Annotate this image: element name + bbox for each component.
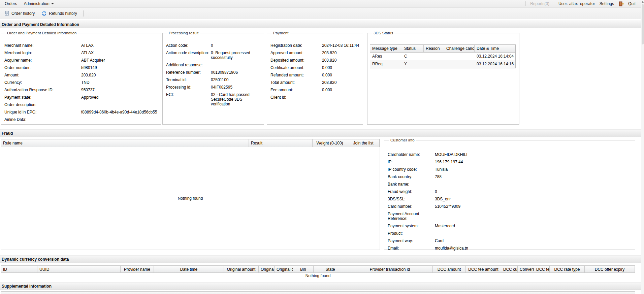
field-row: Deposited amount:203.820 <box>270 58 359 63</box>
field-label: Authorization Response ID: <box>4 88 81 92</box>
field-row: Action code description:0: Request proce… <box>166 51 260 60</box>
field-value: 5980149 <box>81 65 97 70</box>
column-header: DCC rate type <box>550 266 585 272</box>
field-row: Registration date:2024-12-03 16:11:44 <box>270 43 359 48</box>
field-value: 02501100 <box>211 77 260 82</box>
column-header: Date time <box>154 266 224 272</box>
app-window: Orders Administration Reports(0) User: a… <box>0 0 644 294</box>
field-value: 0: Request processed successfully <box>211 51 260 60</box>
field-value: 0 <box>435 189 437 194</box>
column-header: Original amount <box>224 266 259 272</box>
column-header: DCC fee <box>534 266 550 272</box>
menu-orders[interactable]: Orders <box>1 0 21 7</box>
field-value: Approved <box>81 95 98 100</box>
field-value: MOUFIDA DKHILI <box>435 152 468 157</box>
field-value: 0.000 <box>322 88 332 92</box>
menu-administration[interactable]: Administration <box>21 0 57 7</box>
column-header: DCC curr <box>501 266 518 272</box>
scrollbar-up-arrow-icon[interactable] <box>642 1 644 3</box>
field-label: Airline Data: <box>4 117 81 122</box>
scrollbar-thumb[interactable] <box>642 4 644 44</box>
field-label: Bank country: <box>388 174 435 179</box>
field-label: Refunded amount: <box>270 73 322 77</box>
field-value: 203.820 <box>322 51 336 55</box>
field-value: 001309871906 <box>211 70 260 75</box>
menu-settings[interactable]: Settings <box>600 1 614 6</box>
field-label: Currency: <box>4 80 81 85</box>
table-cell <box>444 60 475 68</box>
main-section-title: Order and Payment Detailed Information <box>2 22 79 27</box>
user-label: User: atlax_operator <box>558 1 595 6</box>
panel-customer-info: Customer info Cardholder name:MOUFIDA DK… <box>384 138 635 250</box>
field-row: Authorization Response ID:950737 <box>4 88 157 92</box>
column-header: Message type <box>370 45 402 52</box>
field-label: Reference number: <box>166 70 211 75</box>
order-history-button[interactable]: Order history <box>2 9 37 17</box>
column-header: DCC amount <box>433 266 466 272</box>
table-cell: ARes <box>370 53 402 60</box>
section-bar-fraud: Fraud <box>0 129 641 137</box>
field-row: IP country code:Tunisia <box>388 167 632 172</box>
threeds-table: Message typeStatusReasonChallenge cancel… <box>370 44 516 68</box>
field-value: TND <box>81 80 90 85</box>
field-value: 02 - Card has passed SecureCode 3DS veri… <box>211 92 260 106</box>
field-label: Client id: <box>270 95 322 100</box>
order-history-label: Order history <box>11 11 35 16</box>
column-header: ID <box>1 266 37 272</box>
column-header: Rule name <box>1 139 249 147</box>
table-cell: RReq <box>370 60 402 68</box>
field-value: 3DS_enr <box>435 197 451 201</box>
field-row: ECI:02 - Card has passed SecureCode 3DS … <box>166 92 260 106</box>
menu-quit[interactable]: Quit <box>628 1 636 6</box>
fraud-table-header: Rule nameResultWeight (0-100)Join the li… <box>1 139 380 147</box>
field-label: Payment way: <box>388 238 435 243</box>
field-row: Unique id in EPG:f88899d4-860b-4b4e-a90d… <box>4 110 157 115</box>
table-row[interactable]: AResC03.12.2024 16:14:04 <box>370 53 515 60</box>
field-row: Currency:TND <box>4 80 157 85</box>
exit-door-icon[interactable] <box>618 1 624 6</box>
field-label: Email: <box>388 246 435 251</box>
section-bar-main: Order and Payment Detailed Information <box>0 21 641 28</box>
menubar-right: Reports(0) User: atlax_operator Settings… <box>525 1 640 6</box>
field-value: Tunisia <box>435 167 448 172</box>
field-value: 2024-12-03 16:11:44 <box>322 43 359 48</box>
table-row[interactable]: RReqY03.12.2024 16:14:16 <box>370 60 515 68</box>
refunds-history-button[interactable]: Refunds history <box>39 9 79 18</box>
threeds-table-header: Message typeStatusReasonChallenge cancel… <box>370 45 515 53</box>
panel-payment-legend: Payment <box>272 31 290 35</box>
panel-order-info: Order and Payment Detailed Information M… <box>1 31 161 125</box>
field-label: Certificate amount: <box>270 65 322 70</box>
menu-separator <box>554 1 554 6</box>
column-header: Status <box>402 45 424 52</box>
vertical-scrollbar[interactable] <box>641 0 644 294</box>
column-header: Conversi <box>518 266 534 272</box>
field-label: Total amount: <box>270 80 322 85</box>
menu-orders-label: Orders <box>5 1 17 6</box>
fraud-table-body: Nothing found <box>1 147 380 250</box>
field-label: Merchant name: <box>4 43 81 48</box>
supplemental-table-partial-row <box>1 291 635 294</box>
field-label: Order description: <box>4 102 81 107</box>
field-label: Deposited amount: <box>270 58 322 63</box>
field-value: 203.820 <box>81 73 96 77</box>
field-row: Action code:0 <box>166 43 260 48</box>
toolbar-separator <box>83 10 84 17</box>
field-row: Refunded amount:0.000 <box>270 73 359 77</box>
field-value: 0.000 <box>322 73 332 77</box>
field-row: Terminal id:02501100 <box>166 77 260 82</box>
field-row: Merchant login:ATLAX <box>4 51 157 55</box>
field-row: Payment Account Reference: <box>388 211 632 221</box>
order-history-icon <box>5 11 9 16</box>
column-header: Original c <box>275 266 293 272</box>
menu-reports[interactable]: Reports(0) <box>530 1 549 6</box>
field-value: ABT Acquirer <box>81 58 105 63</box>
panel-3ds-status-legend: 3DS Status <box>372 31 394 35</box>
threeds-table-body: AResC03.12.2024 16:14:04RReqY03.12.2024 … <box>370 53 515 68</box>
processing-result-fields: Action code:0Action code description:0: … <box>166 43 260 106</box>
field-label: Merchant login: <box>4 51 81 55</box>
column-header: Provider transaction id <box>347 266 433 272</box>
column-header: Result <box>249 139 313 147</box>
field-row: Bank country:788 <box>388 174 632 179</box>
menu-administration-label: Administration <box>24 1 50 6</box>
field-value: Mastercard <box>435 224 455 228</box>
